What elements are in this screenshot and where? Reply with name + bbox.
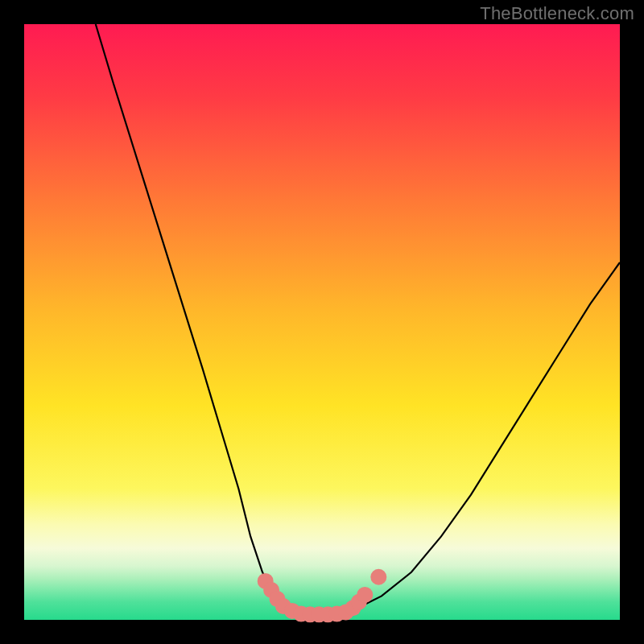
- bottleneck-curve: [96, 24, 620, 614]
- curve-marker: [357, 587, 373, 603]
- watermark-text: TheBottleneck.com: [480, 3, 634, 24]
- bottleneck-chart: [24, 24, 620, 620]
- curve-markers: [258, 569, 387, 623]
- curve-marker: [370, 569, 386, 585]
- chart-frame: TheBottleneck.com: [0, 0, 644, 644]
